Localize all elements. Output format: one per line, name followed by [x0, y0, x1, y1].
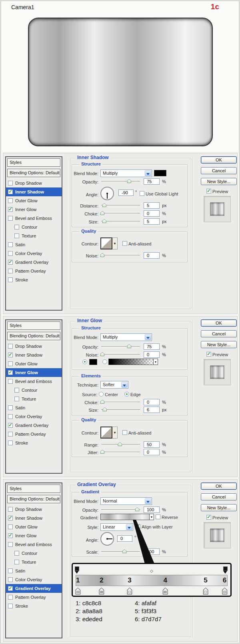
source-edge-radio[interactable] [124, 392, 129, 397]
style-checkbox-icon[interactable] [14, 397, 19, 401]
style-checkbox-icon[interactable] [8, 405, 13, 410]
sidebar-item-stroke[interactable]: Stroke [6, 275, 62, 284]
contour-picker-arrow-icon[interactable]: ▼ [112, 237, 118, 249]
sidebar-item-bevel-and-emboss[interactable]: Bevel and Emboss [6, 540, 62, 549]
source-center-radio[interactable] [99, 392, 104, 397]
opacity-slider[interactable] [101, 179, 140, 183]
slider-handle[interactable] [102, 203, 106, 207]
sidebar-item-contour[interactable]: Contour [6, 386, 62, 395]
sidebar-item-gradient-overlay[interactable]: Gradient Overlay [6, 584, 62, 593]
sidebar-item-outer-glow[interactable]: Outer Glow [6, 522, 62, 531]
opacity-input[interactable]: 75 [144, 178, 160, 185]
style-checkbox-icon[interactable] [8, 507, 13, 512]
choke-slider[interactable] [101, 399, 140, 404]
style-checkbox-icon[interactable] [8, 353, 13, 357]
style-checkbox-icon[interactable] [8, 516, 13, 520]
sidebar-item-color-overlay[interactable]: Color Overlay [6, 575, 62, 584]
cancel-button[interactable]: Cancel [201, 493, 237, 500]
sidebar-item-inner-glow[interactable]: Inner Glow [6, 205, 62, 214]
ok-button[interactable]: OK [201, 319, 237, 327]
sidebar-item-inner-glow[interactable]: Inner Glow [6, 368, 62, 377]
style-checkbox-icon[interactable] [8, 198, 13, 203]
slider-handle[interactable] [100, 400, 104, 404]
sidebar-item-inner-shadow[interactable]: Inner Shadow [6, 514, 62, 522]
style-checkbox-icon[interactable] [8, 524, 13, 529]
noise-slider[interactable] [101, 352, 140, 356]
opacity-slider[interactable] [101, 507, 140, 511]
reverse-checkbox[interactable] [156, 514, 160, 519]
style-checkbox-icon[interactable] [14, 225, 19, 229]
blend-mode-select[interactable]: Multiply [100, 333, 152, 341]
style-checkbox-icon[interactable] [8, 260, 13, 265]
style-checkbox-icon[interactable] [8, 441, 13, 445]
opacity-input[interactable]: 100 [144, 506, 160, 513]
choke-input[interactable]: 0 [144, 210, 160, 217]
scale-input[interactable]: 100 [144, 548, 160, 555]
new-style-button[interactable]: New Style... [201, 504, 237, 511]
sidebar-item-satin[interactable]: Satin [6, 566, 62, 575]
contour-thumbnail[interactable] [100, 237, 112, 249]
style-checkbox-icon[interactable] [8, 379, 13, 384]
choke-slider[interactable] [101, 211, 140, 215]
size-slider[interactable] [101, 407, 140, 411]
chevron-down-icon[interactable] [121, 382, 128, 388]
blend-mode-select[interactable]: Multiply [100, 169, 152, 177]
slider-handle[interactable] [127, 344, 131, 348]
preview-checkbox[interactable] [206, 515, 211, 520]
ok-button[interactable]: OK [201, 483, 237, 490]
slider-handle[interactable] [100, 211, 104, 215]
sidebar-item-color-overlay[interactable]: Color Overlay [6, 412, 62, 421]
anti-aliased-checkbox[interactable] [122, 430, 127, 435]
cancel-button[interactable]: Cancel [201, 330, 237, 337]
color-stop-icon[interactable] [163, 588, 168, 594]
preview-checkbox[interactable] [206, 189, 211, 193]
sidebar-item-texture[interactable]: Texture [6, 231, 62, 240]
sidebar-item-stroke[interactable]: Stroke [6, 439, 62, 447]
color-stop-icon[interactable] [203, 588, 208, 594]
sidebar-item-drop-shadow[interactable]: Drop Shadow [6, 505, 62, 514]
style-checkbox-icon[interactable] [8, 207, 13, 212]
style-checkbox-icon[interactable] [8, 586, 13, 591]
style-select[interactable]: Linear [100, 523, 133, 531]
style-checkbox-icon[interactable] [8, 432, 13, 437]
angle-input[interactable]: -90 [118, 189, 134, 196]
opacity-stop-icon[interactable] [75, 566, 80, 574]
style-checkbox-icon[interactable] [14, 551, 19, 556]
style-checkbox-icon[interactable] [8, 542, 13, 547]
slider-handle[interactable] [135, 507, 140, 511]
shadow-color-swatch[interactable] [154, 170, 166, 176]
range-input[interactable]: 50 [144, 441, 160, 448]
style-checkbox-icon[interactable] [8, 251, 13, 256]
sidebar-item-pattern-overlay[interactable]: Pattern Overlay [6, 430, 62, 439]
angle-dial[interactable] [100, 532, 114, 546]
ok-button[interactable]: OK [201, 156, 237, 163]
blending-options-item[interactable]: Blending Options: Default [7, 169, 60, 177]
sidebar-item-texture[interactable]: Texture [6, 558, 62, 566]
slider-handle[interactable] [127, 179, 131, 183]
sidebar-item-texture[interactable]: Texture [6, 395, 62, 403]
style-checkbox-icon[interactable] [8, 216, 13, 221]
distance-input[interactable]: 5 [144, 202, 160, 209]
sidebar-item-inner-shadow[interactable]: Inner Shadow [6, 351, 62, 359]
style-checkbox-icon[interactable] [8, 181, 13, 185]
slider-handle[interactable] [122, 549, 127, 553]
slider-handle[interactable] [100, 352, 104, 356]
distance-slider[interactable] [101, 203, 140, 207]
color-stop-icon[interactable] [75, 588, 80, 594]
style-checkbox-icon[interactable] [8, 344, 13, 349]
technique-select[interactable]: Softer [100, 381, 128, 389]
style-checkbox-icon[interactable] [14, 388, 19, 393]
use-global-light-checkbox[interactable] [140, 191, 144, 196]
glow-gradient-radio[interactable] [102, 359, 107, 364]
slider-handle[interactable] [100, 253, 104, 257]
sidebar-item-gradient-overlay[interactable]: Gradient Overlay [6, 421, 62, 430]
chevron-down-icon[interactable] [145, 334, 151, 340]
slider-handle[interactable] [102, 219, 106, 223]
chevron-down-icon[interactable] [145, 170, 151, 176]
sidebar-item-satin[interactable]: Satin [6, 403, 62, 412]
sidebar-item-gradient-overlay[interactable]: Gradient Overlay [6, 258, 62, 267]
new-style-button[interactable]: New Style... [201, 341, 237, 348]
blend-mode-select[interactable]: Normal [100, 497, 152, 505]
jitter-slider[interactable] [101, 449, 140, 454]
sidebar-item-color-overlay[interactable]: Color Overlay [6, 249, 62, 258]
